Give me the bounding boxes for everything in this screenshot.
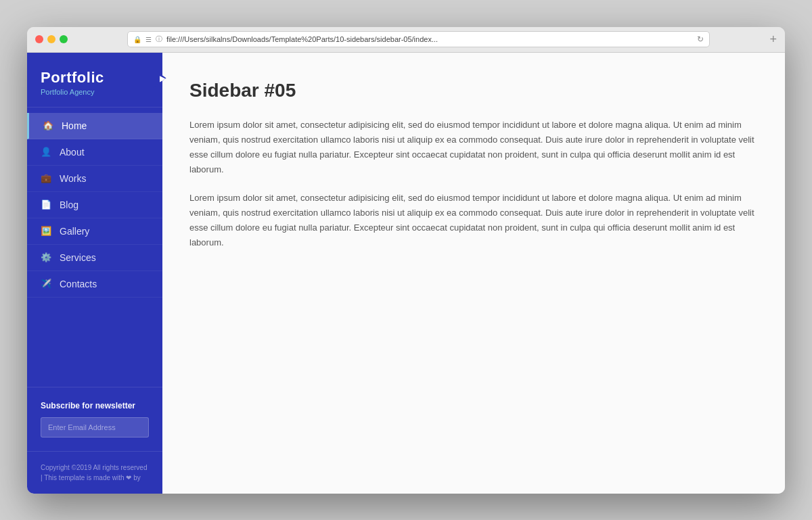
sidebar-logo: Portfolic xyxy=(41,69,149,87)
page-title: Sidebar #05 xyxy=(189,80,758,101)
sidebar-header: Portfolic Portfolio Agency xyxy=(27,53,162,108)
new-tab-button[interactable]: + xyxy=(769,32,777,47)
title-bar: 🔒 ☰ ⓘ file:///Users/silkalns/Downloads/T… xyxy=(27,27,785,53)
maximize-button[interactable] xyxy=(60,35,68,43)
lock-icon: 🔒 xyxy=(133,36,141,43)
gallery-icon: 🖼️ xyxy=(41,226,51,236)
paragraphs-container: Lorem ipsum dolor sit amet, consectetur … xyxy=(189,118,758,251)
email-input[interactable] xyxy=(41,417,149,438)
sidebar-item-contacts[interactable]: ✈️Contacts xyxy=(27,271,162,298)
main-content: Sidebar #05 Lorem ipsum dolor sit amet, … xyxy=(162,53,785,494)
minimize-button[interactable] xyxy=(47,35,55,43)
traffic-lights xyxy=(35,35,68,43)
sidebar-item-label-works: Works xyxy=(60,173,86,184)
url-text: file:///Users/silkalns/Downloads/Templat… xyxy=(166,35,693,43)
sidebar-item-home[interactable]: 🏠Home xyxy=(27,113,162,139)
list-icon: ☰ xyxy=(145,36,152,43)
footer-text: Copyright ©2019 All rights reserved | Th… xyxy=(41,463,149,483)
sidebar-item-label-gallery: Gallery xyxy=(60,226,89,237)
sidebar-item-label-services: Services xyxy=(60,252,96,263)
sidebar-item-blog[interactable]: 📄Blog xyxy=(27,192,162,218)
sidebar-item-label-contacts: Contacts xyxy=(60,279,97,289)
sidebar-item-gallery[interactable]: 🖼️Gallery xyxy=(27,218,162,245)
sidebar-item-label-about: About xyxy=(60,147,85,158)
content-paragraph-2: Lorem ipsum dolor sit amet, consectetur … xyxy=(189,191,758,250)
content-paragraph-1: Lorem ipsum dolor sit amet, consectetur … xyxy=(189,118,758,177)
close-button[interactable] xyxy=(35,35,43,43)
nav-list: 🏠Home👤About💼Works📄Blog🖼️Gallery⚙️Service… xyxy=(27,108,162,387)
sidebar-item-works[interactable]: 💼Works xyxy=(27,166,162,192)
newsletter-title: Subscribe for newsletter xyxy=(41,401,149,410)
window-body: Portfolic Portfolio Agency ▶ 🏠Home👤About… xyxy=(27,53,785,494)
services-icon: ⚙️ xyxy=(41,252,51,262)
sidebar-item-services[interactable]: ⚙️Services xyxy=(27,245,162,271)
sidebar-item-label-blog: Blog xyxy=(60,199,78,210)
sidebar-item-about[interactable]: 👤About xyxy=(27,139,162,166)
sidebar-item-label-home: Home xyxy=(62,120,87,131)
info-icon: ⓘ xyxy=(156,34,162,44)
url-bar[interactable]: 🔒 ☰ ⓘ file:///Users/silkalns/Downloads/T… xyxy=(127,31,710,47)
refresh-button[interactable]: ↻ xyxy=(697,34,704,44)
works-icon: 💼 xyxy=(41,173,51,183)
sidebar-footer: Copyright ©2019 All rights reserved | Th… xyxy=(27,451,162,494)
blog-icon: 📄 xyxy=(41,199,51,210)
sidebar-tagline: Portfolio Agency xyxy=(41,88,149,96)
about-icon: 👤 xyxy=(41,147,51,157)
contacts-icon: ✈️ xyxy=(41,279,51,289)
sidebar: Portfolic Portfolio Agency ▶ 🏠Home👤About… xyxy=(27,53,162,494)
home-icon: 🏠 xyxy=(43,120,53,131)
newsletter-section: Subscribe for newsletter xyxy=(27,387,162,451)
mac-window: 🔒 ☰ ⓘ file:///Users/silkalns/Downloads/T… xyxy=(27,27,785,494)
